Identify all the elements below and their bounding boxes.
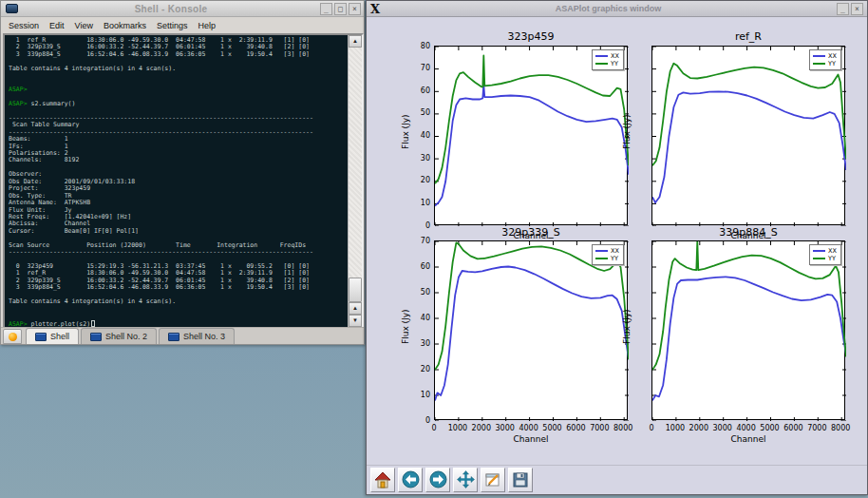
scrollbar-track[interactable] xyxy=(349,48,362,278)
plot-title: ref_R xyxy=(651,30,845,43)
save-button[interactable] xyxy=(508,468,533,492)
terminal[interactable]: 1 ref_R 18:30:06.0 -49.59.30.0 04:47:58 … xyxy=(3,33,364,329)
terminal-line: ----------------------------------------… xyxy=(9,249,348,256)
terminal-line: ASAP> plotter.plot(s2) xyxy=(9,320,348,327)
terminal-line xyxy=(9,306,348,313)
y-axis-label: Flux (Jy) xyxy=(622,316,632,344)
tab-shell[interactable]: Shell xyxy=(26,328,79,344)
close-button[interactable]: × xyxy=(851,3,863,15)
new-session-icon xyxy=(9,333,17,341)
terminal-text[interactable]: 1 ref_R 18:30:06.0 -49.59.30.0 04:47:58 … xyxy=(5,35,348,327)
x11-app-icon: X xyxy=(370,2,380,16)
plot-area xyxy=(652,47,846,226)
terminal-line: Cursor: Beam[0] IF[0] Pol[1] xyxy=(9,228,348,235)
pan-arrows-icon xyxy=(457,470,475,488)
y-tick-label: 20 xyxy=(406,365,430,374)
konsole-titlebar[interactable]: Shell - Konsole _ □ × xyxy=(1,1,364,17)
y-tick-label: 70 xyxy=(406,64,430,72)
menu-item-edit[interactable]: Edit xyxy=(49,21,65,30)
x-tick-label: 8000 xyxy=(825,424,856,432)
menu-item-help[interactable]: Help xyxy=(198,21,216,30)
y-tick-label: 60 xyxy=(406,86,430,95)
plot-toolbar xyxy=(367,465,867,493)
y-tick-label: 50 xyxy=(406,288,430,297)
tick-marks xyxy=(435,241,629,421)
terminal-monitor-icon xyxy=(90,333,102,341)
legend-line-sample xyxy=(595,258,608,259)
terminal-monitor-icon xyxy=(35,333,47,341)
legend-entry: YY xyxy=(595,60,619,67)
legend-label: YY xyxy=(611,60,618,67)
home-button[interactable] xyxy=(370,468,395,492)
legend-label: XX xyxy=(828,247,837,255)
x-tick-label: 8000 xyxy=(608,424,638,432)
y-tick-label: 70 xyxy=(406,237,430,245)
legend-label: YY xyxy=(828,255,836,262)
terminal-scrollbar[interactable]: ▲ ▲ ▼ xyxy=(348,35,362,327)
series-line-XX xyxy=(435,267,629,401)
figure-canvas: 323p459XXYY01020304050607080Flux (Jy)Cha… xyxy=(368,18,867,466)
konsole-app-icon xyxy=(6,4,18,13)
legend-line-sample xyxy=(595,55,608,57)
konsole-window-title: Shell - Konsole xyxy=(22,4,320,14)
edit-button[interactable] xyxy=(481,468,505,492)
maximize-button[interactable]: □ xyxy=(334,3,347,15)
pan-button[interactable] xyxy=(453,468,478,492)
legend-line-sample xyxy=(813,250,825,252)
terminal-line: Table contains 4 integration(s) in 4 sca… xyxy=(9,298,348,305)
y-axis-label: Flux (Jy) xyxy=(401,316,410,344)
legend-line-sample xyxy=(595,63,608,65)
scroll-up-icon[interactable]: ▲ xyxy=(349,35,362,48)
menu-item-view[interactable]: View xyxy=(75,21,93,30)
asap-prompt: ASAP> xyxy=(9,320,28,328)
legend-label: YY xyxy=(828,60,836,67)
tab-label: Shell No. 3 xyxy=(183,332,225,341)
minimize-button[interactable]: _ xyxy=(837,3,849,15)
tab-label: Shell xyxy=(50,332,69,341)
legend-line-sample xyxy=(595,250,608,252)
terminal-line: ASAP> s2.summary() xyxy=(9,101,348,107)
asaplot-window: X ASAPlot graphics window _ × 323p459XXY… xyxy=(366,0,868,495)
axes-frame[interactable]: XXYY xyxy=(651,46,845,225)
back-button[interactable] xyxy=(398,468,423,492)
y-tick-label: 20 xyxy=(406,176,430,184)
legend-label: XX xyxy=(611,247,619,255)
forward-button[interactable] xyxy=(425,468,450,492)
desktop: Shell - Konsole _ □ × Session Edit View … xyxy=(0,0,868,498)
x-axis-label: Channel xyxy=(651,434,845,444)
legend-entry: YY xyxy=(813,255,837,262)
axes-frame[interactable]: XXYY xyxy=(434,240,628,420)
menu-item-session[interactable]: Session xyxy=(9,21,39,30)
x-axis-label: Channel xyxy=(434,434,628,444)
new-session-button[interactable] xyxy=(3,329,22,344)
minimize-button[interactable]: _ xyxy=(320,3,332,15)
menu-item-settings[interactable]: Settings xyxy=(157,21,188,30)
tick-marks xyxy=(652,241,846,421)
legend: XXYY xyxy=(809,244,841,265)
legend-entry: XX xyxy=(813,52,837,60)
tab-shell-2[interactable]: Shell No. 2 xyxy=(81,328,157,344)
close-button[interactable]: × xyxy=(349,3,361,15)
text-cursor xyxy=(91,320,95,327)
axes-frame[interactable]: XXYY xyxy=(434,46,628,225)
legend-line-sample xyxy=(813,63,825,65)
series-line-XX xyxy=(652,277,846,400)
asaplot-titlebar[interactable]: X ASAPlot graphics window _ × xyxy=(367,1,867,17)
tab-shell-3[interactable]: Shell No. 3 xyxy=(159,328,235,344)
scroll-down-icon[interactable]: ▼ xyxy=(349,315,362,327)
terminal-line xyxy=(9,313,348,319)
legend-entry: XX xyxy=(813,247,837,255)
legend-entry: YY xyxy=(595,255,619,262)
series-line-YY xyxy=(435,56,629,184)
legend: XXYY xyxy=(592,244,624,265)
menu-item-bookmarks[interactable]: Bookmarks xyxy=(104,21,146,30)
forward-arrow-icon xyxy=(429,470,447,488)
terminal-line: Table contains 4 integration(s) in 4 sca… xyxy=(9,66,348,72)
terminal-line xyxy=(9,80,348,86)
tick-marks xyxy=(652,47,846,226)
y-tick-label: 80 xyxy=(406,42,430,50)
axes-frame[interactable]: XXYY xyxy=(651,240,845,420)
legend-label: YY xyxy=(611,255,618,262)
scrollbar-thumb[interactable] xyxy=(349,278,362,302)
scroll-up-icon[interactable]: ▲ xyxy=(349,302,362,315)
